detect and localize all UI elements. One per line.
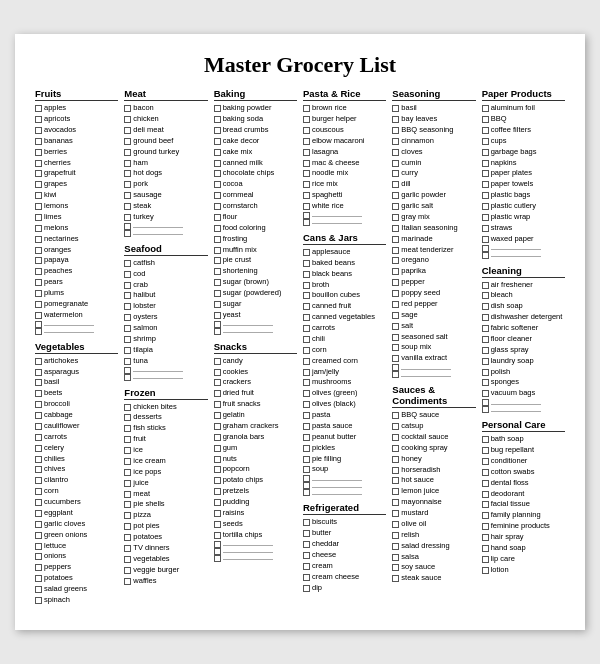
- checkbox[interactable]: [124, 314, 131, 321]
- checkbox[interactable]: [392, 488, 399, 495]
- checkbox[interactable]: [482, 512, 489, 519]
- checkbox[interactable]: [303, 336, 310, 343]
- checkbox[interactable]: [392, 105, 399, 112]
- checkbox[interactable]: [482, 567, 489, 574]
- checkbox[interactable]: [124, 404, 131, 411]
- checkbox[interactable]: [35, 521, 42, 528]
- checkbox[interactable]: [214, 236, 221, 243]
- blank-checkbox[interactable]: [392, 371, 399, 378]
- checkbox[interactable]: [35, 279, 42, 286]
- checkbox[interactable]: [124, 556, 131, 563]
- checkbox[interactable]: [303, 412, 310, 419]
- checkbox[interactable]: [124, 325, 131, 332]
- checkbox[interactable]: [214, 170, 221, 177]
- checkbox[interactable]: [303, 358, 310, 365]
- checkbox[interactable]: [482, 314, 489, 321]
- checkbox[interactable]: [35, 214, 42, 221]
- checkbox[interactable]: [124, 545, 131, 552]
- checkbox[interactable]: [303, 401, 310, 408]
- checkbox[interactable]: [482, 127, 489, 134]
- checkbox[interactable]: [303, 530, 310, 537]
- checkbox[interactable]: [124, 271, 131, 278]
- checkbox[interactable]: [214, 412, 221, 419]
- checkbox[interactable]: [303, 192, 310, 199]
- checkbox[interactable]: [482, 545, 489, 552]
- checkbox[interactable]: [303, 160, 310, 167]
- checkbox[interactable]: [482, 214, 489, 221]
- checkbox[interactable]: [303, 203, 310, 210]
- checkbox[interactable]: [35, 247, 42, 254]
- blank-checkbox[interactable]: [124, 230, 131, 237]
- checkbox[interactable]: [482, 379, 489, 386]
- checkbox[interactable]: [392, 290, 399, 297]
- checkbox[interactable]: [35, 369, 42, 376]
- checkbox[interactable]: [392, 214, 399, 221]
- checkbox[interactable]: [124, 491, 131, 498]
- checkbox[interactable]: [214, 390, 221, 397]
- checkbox[interactable]: [214, 466, 221, 473]
- checkbox[interactable]: [124, 523, 131, 530]
- checkbox[interactable]: [214, 290, 221, 297]
- checkbox[interactable]: [303, 325, 310, 332]
- checkbox[interactable]: [392, 467, 399, 474]
- blank-checkbox[interactable]: [214, 328, 221, 335]
- checkbox[interactable]: [482, 292, 489, 299]
- checkbox[interactable]: [124, 181, 131, 188]
- checkbox[interactable]: [392, 445, 399, 452]
- checkbox[interactable]: [303, 105, 310, 112]
- checkbox[interactable]: [214, 510, 221, 517]
- checkbox[interactable]: [124, 534, 131, 541]
- blank-checkbox[interactable]: [124, 367, 131, 374]
- checkbox[interactable]: [482, 458, 489, 465]
- checkbox[interactable]: [392, 477, 399, 484]
- checkbox[interactable]: [303, 390, 310, 397]
- checkbox[interactable]: [392, 301, 399, 308]
- checkbox[interactable]: [482, 336, 489, 343]
- checkbox[interactable]: [214, 301, 221, 308]
- checkbox[interactable]: [35, 257, 42, 264]
- checkbox[interactable]: [214, 477, 221, 484]
- checkbox[interactable]: [124, 160, 131, 167]
- checkbox[interactable]: [35, 390, 42, 397]
- checkbox[interactable]: [303, 292, 310, 299]
- checkbox[interactable]: [124, 425, 131, 432]
- checkbox[interactable]: [214, 434, 221, 441]
- checkbox[interactable]: [303, 181, 310, 188]
- checkbox[interactable]: [392, 203, 399, 210]
- checkbox[interactable]: [124, 127, 131, 134]
- checkbox[interactable]: [303, 434, 310, 441]
- checkbox[interactable]: [35, 586, 42, 593]
- checkbox[interactable]: [303, 249, 310, 256]
- blank-checkbox[interactable]: [214, 541, 221, 548]
- checkbox[interactable]: [124, 203, 131, 210]
- checkbox[interactable]: [482, 325, 489, 332]
- checkbox[interactable]: [35, 225, 42, 232]
- checkbox[interactable]: [214, 268, 221, 275]
- checkbox[interactable]: [482, 390, 489, 397]
- checkbox[interactable]: [35, 379, 42, 386]
- checkbox[interactable]: [35, 203, 42, 210]
- checkbox[interactable]: [35, 312, 42, 319]
- checkbox[interactable]: [214, 105, 221, 112]
- checkbox[interactable]: [35, 510, 42, 517]
- checkbox[interactable]: [392, 521, 399, 528]
- checkbox[interactable]: [392, 355, 399, 362]
- checkbox[interactable]: [392, 192, 399, 199]
- checkbox[interactable]: [124, 116, 131, 123]
- checkbox[interactable]: [124, 447, 131, 454]
- checkbox[interactable]: [482, 501, 489, 508]
- checkbox[interactable]: [35, 499, 42, 506]
- checkbox[interactable]: [35, 543, 42, 550]
- checkbox[interactable]: [124, 292, 131, 299]
- checkbox[interactable]: [214, 445, 221, 452]
- checkbox[interactable]: [124, 414, 131, 421]
- checkbox[interactable]: [124, 501, 131, 508]
- checkbox[interactable]: [392, 543, 399, 550]
- checkbox[interactable]: [392, 279, 399, 286]
- checkbox[interactable]: [35, 149, 42, 156]
- checkbox[interactable]: [214, 532, 221, 539]
- checkbox[interactable]: [482, 105, 489, 112]
- checkbox[interactable]: [35, 181, 42, 188]
- checkbox[interactable]: [35, 236, 42, 243]
- checkbox[interactable]: [482, 138, 489, 145]
